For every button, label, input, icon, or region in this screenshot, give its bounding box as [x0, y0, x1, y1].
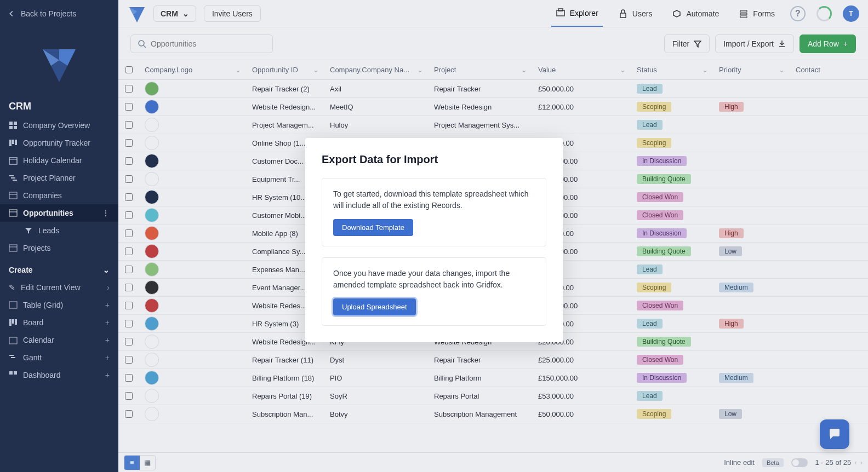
export-import-modal: Export Data for Import To get started, d… [305, 138, 563, 342]
download-template-button[interactable]: Download Template [333, 219, 413, 236]
download-section: To get started, download this template s… [322, 178, 546, 246]
modal-title: Export Data for Import [322, 153, 546, 166]
upload-spreadsheet-button[interactable]: Upload Spreadsheet [333, 298, 416, 315]
upload-description: Once you have made your data changes, im… [333, 268, 535, 291]
upload-section: Once you have made your data changes, im… [322, 257, 546, 326]
download-description: To get started, download this template s… [333, 188, 535, 211]
modal-overlay[interactable]: Export Data for Import To get started, d… [0, 0, 868, 472]
